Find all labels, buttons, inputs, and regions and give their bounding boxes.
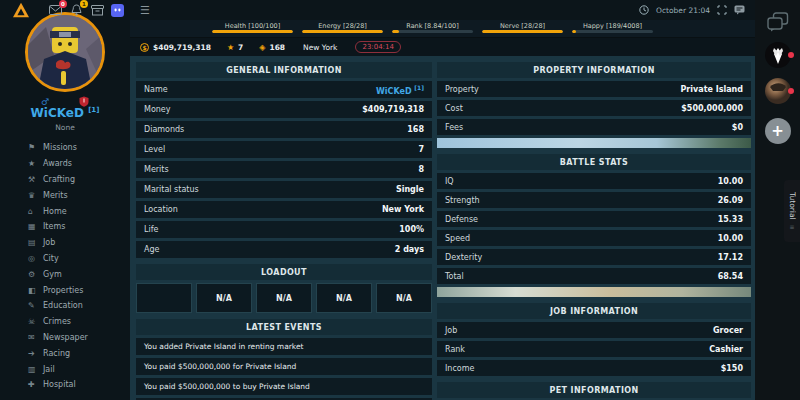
level-value: 7 xyxy=(238,43,243,52)
general-row-life: Life100% xyxy=(136,221,432,238)
sidebar-item-jail[interactable]: ▥Jail xyxy=(0,361,130,377)
add-button[interactable]: + xyxy=(765,118,791,144)
general-row-diamonds: Diamonds168 xyxy=(136,121,432,138)
location-value: New York xyxy=(303,43,337,52)
job-information-title: JOB INFORMATION xyxy=(437,303,751,319)
sidebar-item-education[interactable]: ✎Education xyxy=(0,298,130,314)
diamond-icon: ◈ xyxy=(259,43,265,52)
home-icon: ⌂ xyxy=(28,207,43,216)
items-icon: ▦ xyxy=(28,222,43,231)
sidebar-item-job[interactable]: ▤Job xyxy=(0,235,130,251)
property-information-title: PROPERTY INFORMATION xyxy=(437,62,751,78)
sidebar-item-newspaper[interactable]: ✉Newspaper xyxy=(0,330,130,346)
loadout-slot-1[interactable]: N/A xyxy=(196,283,252,313)
chat-icon[interactable] xyxy=(734,5,745,15)
property-image-banner xyxy=(437,138,751,148)
education-icon: ✎ xyxy=(28,301,43,310)
archive-icon[interactable] xyxy=(90,4,104,17)
sidebar-item-merits[interactable]: ♛Merits xyxy=(0,187,130,203)
sidebar-item-missions[interactable]: ⚑Missions xyxy=(0,140,130,156)
bell-icon[interactable]: 1 xyxy=(69,4,83,17)
right-rail: + Tutorial ≡ xyxy=(755,0,800,400)
hamburger-menu-icon[interactable]: ☰ xyxy=(140,5,150,16)
main-area: ☰ October 21:04 Health [100/100] Energy … xyxy=(130,0,755,400)
loadout-panel: LOADOUT N/A N/A N/A N/A xyxy=(136,264,432,313)
nerve-bar[interactable]: Nerve [28/28] xyxy=(482,22,563,33)
sidebar-item-awards[interactable]: ★Awards xyxy=(0,156,130,172)
general-information-panel: GENERAL INFORMATION NameWiCKeD [1] Money… xyxy=(136,62,432,258)
gender-male-icon: ♂ xyxy=(41,97,49,107)
latest-events-panel: LATEST EVENTS You added Private Island i… xyxy=(136,319,432,400)
battle-row-strength: Strength26.09 xyxy=(437,192,751,208)
tutorial-tab[interactable]: Tutorial ≡ xyxy=(784,180,800,242)
tutorial-icon: ≡ xyxy=(789,223,794,230)
loadout-slot-2[interactable]: N/A xyxy=(256,283,312,313)
general-row-location: LocationNew York xyxy=(136,201,432,218)
clock-icon xyxy=(639,5,649,15)
sidebar-item-city[interactable]: ◎City xyxy=(0,251,130,267)
money-value: $409,719,318 xyxy=(153,43,211,52)
discord-icon[interactable] xyxy=(111,4,124,17)
battle-stats-panel: BATTLE STATS IQ10.00 Strength26.09 Defen… xyxy=(437,154,751,297)
money-bar: $ $409,719,318 ★ 7 ◈ 168 New York 23:04:… xyxy=(130,38,755,56)
sidebar-item-racing[interactable]: ➔Racing xyxy=(0,345,130,361)
sidebar-item-crafting[interactable]: ⚒Crafting xyxy=(0,172,130,188)
fullscreen-icon[interactable] xyxy=(717,5,727,15)
health-bar[interactable]: Health [100/100] xyxy=(212,22,293,33)
event-row: You paid $500,000,000 to buy Private Isl… xyxy=(136,378,432,395)
rank-bar[interactable]: Rank [8.84/100] xyxy=(392,22,473,33)
level-badge-icon: ★ xyxy=(227,43,234,52)
online-dot xyxy=(788,52,794,58)
sidebar-topbar: 0 1 xyxy=(0,0,130,20)
sidebar-item-gym[interactable]: ⚙Gym xyxy=(0,266,130,282)
merits-icon: ♛ xyxy=(28,191,43,200)
profile-name[interactable]: WiCKeD [1] xyxy=(0,106,130,120)
online-dot xyxy=(788,88,794,94)
awards-icon: ★ xyxy=(28,159,43,168)
general-row-merits: Merits8 xyxy=(136,161,432,178)
general-row-age: Age2 days xyxy=(136,241,432,258)
site-logo-icon[interactable] xyxy=(12,2,30,18)
mail-badge: 0 xyxy=(59,0,67,8)
profile-avatar[interactable] xyxy=(25,12,105,92)
property-row-fees: Fees$0 xyxy=(437,119,751,135)
sidebar-item-home[interactable]: ⌂Home xyxy=(0,203,130,219)
chat-bubbles-icon[interactable] xyxy=(767,12,789,32)
general-row-money: Money$409,719,318 xyxy=(136,101,432,118)
job-row-income: Income$150 xyxy=(437,360,751,376)
energy-bar[interactable]: Energy [28/28] xyxy=(302,22,383,33)
sidebar-item-crimes[interactable]: ☠Crimes xyxy=(0,314,130,330)
job-row-job: JobGrocer xyxy=(437,322,751,338)
general-row-level: Level7 xyxy=(136,141,432,158)
gym-icon: ⚙ xyxy=(28,270,43,279)
cooldown-timer: 23:04:14 xyxy=(355,41,400,53)
sidebar-item-items[interactable]: ▦Items xyxy=(0,219,130,235)
topbar: ☰ October 21:04 xyxy=(130,0,755,20)
city-icon: ◎ xyxy=(28,254,43,263)
chat-avatar-photo[interactable] xyxy=(765,78,791,104)
battle-row-defense: Defense15.33 xyxy=(437,211,751,227)
racing-icon: ➔ xyxy=(28,349,43,358)
latest-events-title: LATEST EVENTS xyxy=(136,319,432,335)
properties-icon: ◧ xyxy=(28,286,43,295)
mail-icon[interactable]: 0 xyxy=(48,4,62,17)
hospital-icon: ✚ xyxy=(28,380,43,389)
pet-information-title: PET INFORMATION xyxy=(437,382,751,398)
sidebar-menu: ⚑Missions ★Awards ⚒Crafting ♛Merits ⌂Hom… xyxy=(0,140,130,393)
app: 0 1 xyxy=(0,0,800,400)
name-link[interactable]: WiCKeD [1] xyxy=(376,84,424,96)
job-row-rank: RankCashier xyxy=(437,341,751,357)
chat-avatar-tuxedo[interactable] xyxy=(765,42,791,68)
game-date: October 21:04 xyxy=(656,6,710,15)
sidebar: 0 1 xyxy=(0,0,130,400)
job-image-banner xyxy=(437,287,751,297)
profile-name-tag: [1] xyxy=(88,106,99,114)
loadout-slot-3[interactable]: N/A xyxy=(316,283,372,313)
happy-bar[interactable]: Happy [189/4008] xyxy=(572,22,653,33)
newspaper-icon: ✉ xyxy=(28,333,43,342)
loadout-slot-4[interactable]: N/A xyxy=(376,283,432,313)
loadout-slot-avatar[interactable] xyxy=(136,283,192,313)
property-row-property: PropertyPrivate Island xyxy=(437,81,751,97)
sidebar-item-properties[interactable]: ◧Properties xyxy=(0,282,130,298)
sidebar-item-hospital[interactable]: ✚Hospital xyxy=(0,377,130,393)
